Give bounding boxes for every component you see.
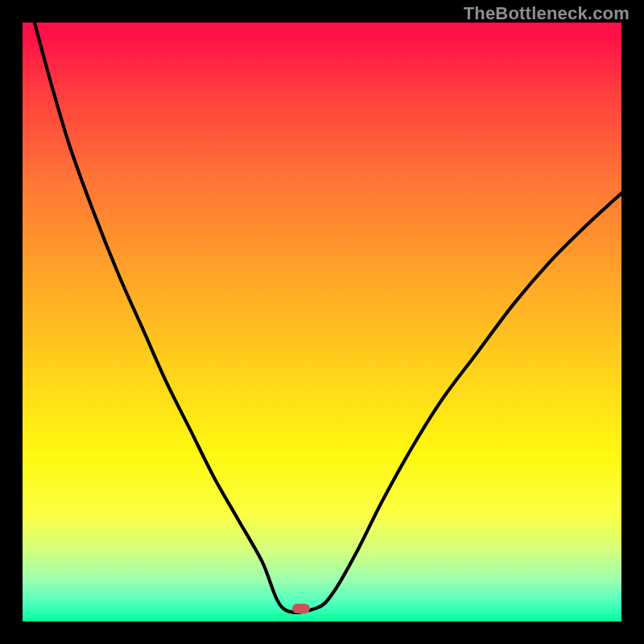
- chart-plot-area: [23, 23, 621, 621]
- curve-path: [35, 23, 621, 613]
- watermark-text: TheBottleneck.com: [464, 3, 630, 24]
- bottleneck-curve: [23, 23, 621, 621]
- optimum-marker: [292, 604, 310, 613]
